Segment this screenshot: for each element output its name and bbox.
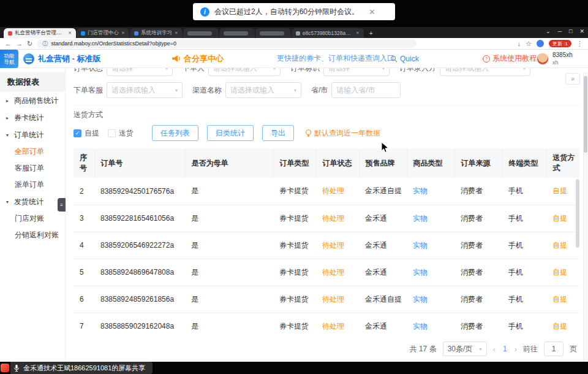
col-header-delivery-method: 送货方式 bbox=[546, 148, 579, 178]
tab-close-icon[interactable]: ✕ bbox=[68, 31, 72, 36]
export-button[interactable]: 导出 bbox=[262, 125, 294, 141]
chevron-down-icon: ▾ bbox=[175, 88, 178, 93]
sidebar-item-order-stats[interactable]: ▾ 订单统计 bbox=[0, 126, 65, 143]
browser-profile-avatar[interactable] bbox=[537, 40, 544, 47]
cell-status: 待处理 bbox=[316, 286, 359, 313]
chevron-right-icon: ▸ bbox=[6, 98, 11, 104]
task-list-button[interactable]: 任务列表 bbox=[152, 125, 198, 141]
filter-row-1: 订单状态 请选择 ▾ 下单人 请选择或输入 ▾ bbox=[74, 68, 564, 77]
chevron-down-icon: ▾ bbox=[523, 68, 526, 71]
back-icon[interactable]: ← bbox=[5, 40, 12, 47]
sidebar-subitem-all-orders[interactable]: 全部订单 bbox=[0, 143, 65, 160]
cell-ptype[interactable]: 实物 bbox=[407, 259, 454, 286]
tab-favicon bbox=[81, 31, 85, 36]
tab-label: e8c573980b1328a258fd2e6ll bbox=[303, 30, 353, 36]
user-avatar[interactable] bbox=[537, 53, 549, 65]
cell-status: 待处理 bbox=[316, 178, 359, 205]
cell-ptype[interactable]: 实物 bbox=[407, 178, 454, 205]
cell-ptype[interactable]: 实物 bbox=[407, 313, 454, 337]
cell-parent: 是 bbox=[185, 259, 273, 286]
filter-label: 下单人 bbox=[183, 68, 205, 74]
order-agent-select[interactable]: 请选择或输入 ▾ bbox=[107, 82, 183, 98]
sidebar-subitem-dispatch-orders[interactable]: 派单订单 bbox=[0, 177, 65, 193]
sidebar-subitem-service-orders[interactable]: 客服订单 bbox=[0, 160, 65, 177]
table-scrollbar-thumb[interactable] bbox=[576, 179, 579, 248]
app-title: 礼盒营销 - 标准版 bbox=[38, 53, 101, 64]
username[interactable]: 8385xh xh bbox=[552, 52, 573, 66]
close-icon[interactable]: ✕ bbox=[369, 7, 375, 17]
sidebar-subitem-store-reconcile[interactable]: 门店对账 bbox=[0, 210, 65, 227]
page-size-select[interactable]: 30条/页 ▾ bbox=[443, 342, 487, 356]
filter-label: 订单状态 bbox=[74, 68, 103, 74]
next-page-icon[interactable]: › bbox=[514, 345, 517, 354]
sidebar-subitem-rebate-reconcile[interactable]: 分销返利对账 bbox=[0, 227, 65, 243]
tip-text: 默认查询近一年数据 bbox=[314, 128, 380, 139]
tab-search-icon[interactable]: ⌄ bbox=[546, 28, 551, 34]
order-entry-select[interactable]: 请选择或输入 ▾ bbox=[440, 68, 530, 76]
page-scrollbar-thumb[interactable] bbox=[584, 76, 587, 153]
delivery-checkbox[interactable]: 送货 bbox=[108, 128, 134, 139]
goto-page-input[interactable] bbox=[544, 342, 564, 356]
maximize-icon[interactable]: □ bbox=[569, 28, 572, 34]
cell-ptype[interactable]: 实物 bbox=[407, 205, 454, 232]
page-scrollbar[interactable] bbox=[583, 72, 588, 362]
quick-search-link[interactable]: Quick bbox=[390, 50, 419, 67]
order-flag-select[interactable]: 请选择 ▾ bbox=[323, 68, 390, 76]
download-icon[interactable]: ↓ bbox=[518, 40, 521, 47]
tab-close-icon[interactable]: ✕ bbox=[175, 31, 178, 36]
tab-store-admin[interactable]: 门店管理中心 ✕ bbox=[77, 28, 129, 38]
sidebar: 数据报表 ▸ 商品销售统计 ▸ 券卡统计 ▾ 订单统计 全部订单 客服订单 派单… bbox=[0, 68, 66, 362]
pickup-checkbox[interactable]: ✓ 自提 bbox=[74, 128, 99, 139]
filter-label: 渠道名称 bbox=[192, 85, 222, 96]
tab-unnamed-3[interactable] bbox=[255, 28, 291, 38]
toolbar: 送货方式 ✓ 自提 送货 任务列表 归类统计 导出 bbox=[74, 105, 579, 141]
share-center-link[interactable]: 合分享中心 bbox=[172, 50, 224, 67]
function-nav-toggle[interactable]: 功能 导航 bbox=[0, 50, 18, 68]
tutorial-link[interactable]: ? 系统使用教程 bbox=[483, 50, 537, 67]
order-status-select[interactable]: 请选择 ▾ bbox=[107, 68, 173, 76]
microphone-icon bbox=[13, 364, 20, 373]
orderer-select[interactable]: 请选择或输入 ▾ bbox=[208, 68, 281, 76]
table-row: 283859294250176576a是券卡提货待处理金禾通自提实物消费者手机自… bbox=[74, 178, 579, 205]
channel-name-select[interactable]: 请选择或输入 ▾ bbox=[225, 82, 301, 98]
tab-close-icon[interactable]: ✕ bbox=[121, 31, 125, 36]
new-tab-button[interactable]: + bbox=[366, 28, 376, 38]
megaphone-icon bbox=[172, 55, 181, 63]
page-number-1[interactable]: 1 bbox=[502, 345, 508, 353]
cell-order: 83858924859261856a bbox=[94, 286, 185, 313]
province-city-input[interactable]: 请输入省/市 bbox=[331, 82, 401, 98]
cell-ptype[interactable]: 实物 bbox=[407, 286, 454, 313]
sidebar-collapse-handle[interactable]: ≡ bbox=[58, 198, 66, 212]
sidebar-item-product-sales[interactable]: ▸ 商品销售统计 bbox=[0, 92, 65, 109]
placeholder-text: 请选择或输入 bbox=[445, 68, 489, 74]
tab-unnamed-2[interactable] bbox=[219, 28, 255, 38]
bookmark-star-icon[interactable]: ☆ bbox=[526, 40, 532, 47]
browser-menu-icon[interactable]: ⋮ bbox=[576, 40, 583, 47]
forward-icon[interactable]: → bbox=[16, 40, 23, 47]
site-info-icon[interactable]: ⓘ bbox=[42, 40, 48, 48]
app-header: 功能 导航 礼盒营销 - 标准版 合分享中心 更快捷的券卡、订单和快递查询入口 bbox=[0, 50, 588, 68]
tab-close-icon[interactable]: ✕ bbox=[356, 31, 360, 36]
col-header-presale-brand: 预售品牌 bbox=[359, 148, 407, 178]
window-close-icon[interactable]: ✕ bbox=[579, 28, 584, 34]
tab-unnamed-1[interactable] bbox=[183, 28, 219, 38]
sidebar-item-coupon-stats[interactable]: ▸ 券卡统计 bbox=[0, 109, 65, 126]
minimize-icon[interactable]: ─ bbox=[558, 28, 562, 34]
reload-icon[interactable]: ↻ bbox=[27, 40, 32, 47]
category-stats-button[interactable]: 归类统计 bbox=[207, 125, 254, 141]
table-scrollbar[interactable] bbox=[576, 178, 579, 336]
address-bar[interactable]: ⓘ standard.maboy.cn/OrderStatisticsDetai… bbox=[37, 39, 417, 48]
browser-update-button[interactable]: 更新 :1 bbox=[549, 40, 571, 47]
checkbox-label: 送货 bbox=[119, 128, 134, 139]
sidebar-item-label: 订单统计 bbox=[14, 130, 43, 140]
filter-expand-button[interactable]: » bbox=[565, 73, 580, 85]
tab-gift-admin[interactable]: 礼盒营销平台管理中心 ✕ bbox=[4, 28, 76, 38]
sidebar-item-label: 发货统计 bbox=[14, 197, 43, 207]
goto-unit: 页 bbox=[570, 344, 577, 354]
tab-hash[interactable]: e8c573980b1328a258fd2e6ll ✕ bbox=[292, 28, 364, 38]
sidebar-item-shipping-stats[interactable]: ▾ 发货统计 bbox=[0, 193, 65, 210]
tab-training[interactable]: 系统培训学习 ✕ bbox=[130, 28, 183, 38]
cell-ptype[interactable]: 实物 bbox=[407, 232, 454, 259]
cell-no: 2 bbox=[74, 178, 94, 205]
prev-page-icon[interactable]: ‹ bbox=[493, 345, 496, 354]
